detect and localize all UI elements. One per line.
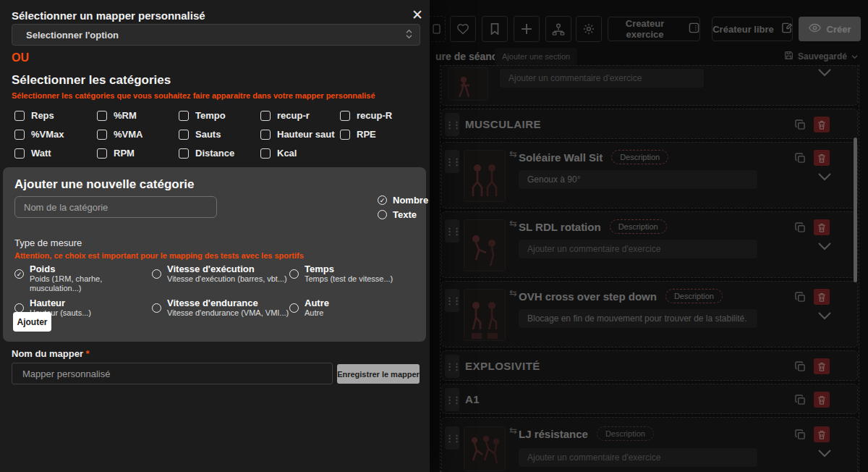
radio-temps[interactable]: Temps Temps (test de vitesse...) <box>289 264 393 293</box>
checkbox-box[interactable] <box>260 130 271 140</box>
close-icon[interactable]: ✕ <box>408 6 427 25</box>
radio-icon[interactable] <box>378 210 387 219</box>
checkbox-distance[interactable]: Distance <box>179 148 260 159</box>
categories-checkbox-grid: Reps %RM Tempo recup-r recup-R %VMax %VM… <box>14 110 417 159</box>
checkbox-box[interactable] <box>260 148 271 159</box>
checkbox-hauteur-saut[interactable]: Hauteur saut <box>260 129 340 140</box>
checkbox-box[interactable] <box>179 111 189 121</box>
select-mapper-modal: Sélectionner un mapper personnalisé ✕ Se… <box>0 0 430 472</box>
radio-vitesse-endurance[interactable]: Vitesse d'endurance Vitesse d'endurance … <box>152 298 289 318</box>
radio-icon[interactable] <box>152 269 161 279</box>
checkbox-sauts[interactable]: Sauts <box>179 129 260 140</box>
radio-poids[interactable]: ✓ Poids Poids (1RM, charhe, musculation.… <box>14 264 152 293</box>
checkbox-rpe[interactable]: RPE <box>340 129 417 140</box>
checkbox-box[interactable] <box>260 111 271 121</box>
radio-checked-icon[interactable]: ✓ <box>14 269 24 279</box>
screen: Createur exercice Créateur libre Créer u… <box>0 0 868 472</box>
categories-note: Sélectionner les catégories que vous sou… <box>12 91 375 100</box>
radio-checked-icon[interactable]: ✓ <box>378 195 387 205</box>
radio-autre[interactable]: Autre Autre <box>289 298 393 318</box>
or-separator: OU <box>12 51 29 64</box>
checkbox-box[interactable] <box>97 130 107 140</box>
checkbox-vmax[interactable]: %VMax <box>14 129 97 140</box>
radio-icon[interactable] <box>152 303 161 313</box>
save-mapper-button[interactable]: Enregistrer le mapper <box>337 364 420 384</box>
checkbox-box[interactable] <box>340 130 350 140</box>
categories-heading: Sélectionner les catégories <box>12 73 171 88</box>
mapper-select-value: Selectionner l'option <box>26 30 119 41</box>
required-asterisk: * <box>86 348 90 359</box>
new-category-heading: Ajouter une nouvelle catégorie <box>14 177 194 192</box>
checkbox-recup-R[interactable]: recup-R <box>340 110 417 121</box>
checkbox-watt[interactable]: Watt <box>14 148 97 159</box>
new-category-panel: Ajouter une nouvelle catégorie ✓ Nombre … <box>3 167 426 342</box>
measure-warning: Attention, ce choix est important pour l… <box>14 251 304 260</box>
checkbox-rm[interactable]: %RM <box>97 110 179 121</box>
checkbox-kcal[interactable]: Kcal <box>260 148 340 159</box>
checkbox-box[interactable] <box>97 111 107 121</box>
checkbox-rpm[interactable]: RPM <box>97 148 179 159</box>
mapper-name-input[interactable] <box>12 363 333 384</box>
checkbox-box[interactable] <box>14 111 25 121</box>
checkbox-box[interactable] <box>340 111 350 121</box>
radio-texte[interactable]: Texte <box>378 209 417 220</box>
modal-title: Sélectionner un mapper personnalisé <box>12 9 205 22</box>
mapper-name-label: Nom du mapper * <box>12 348 90 359</box>
measure-type-label: Type de mesure <box>14 237 82 248</box>
checkbox-reps[interactable]: Reps <box>14 110 97 121</box>
unfold-icon <box>406 29 412 41</box>
category-name-input[interactable] <box>14 196 217 218</box>
checkbox-box[interactable] <box>14 148 25 159</box>
checkbox-recup-r[interactable]: recup-r <box>260 110 340 121</box>
checkbox-box[interactable] <box>179 130 189 140</box>
checkbox-tempo[interactable]: Tempo <box>179 110 260 121</box>
checkbox-box[interactable] <box>14 130 25 140</box>
measure-options: ✓ Poids Poids (1RM, charhe, musculation.… <box>14 264 393 318</box>
checkbox-vma[interactable]: %VMA <box>97 129 179 140</box>
checkbox-box[interactable] <box>179 148 189 159</box>
radio-nombre[interactable]: ✓ Nombre <box>378 195 428 206</box>
checkbox-box[interactable] <box>97 148 107 159</box>
add-category-button[interactable]: Ajouter <box>13 312 51 332</box>
mapper-select[interactable]: Selectionner l'option <box>12 24 420 46</box>
radio-icon[interactable] <box>289 303 299 313</box>
radio-icon[interactable] <box>289 269 299 279</box>
radio-vitesse-execution[interactable]: Vitesse d'exécution Vitesse d'exécution … <box>152 264 289 293</box>
